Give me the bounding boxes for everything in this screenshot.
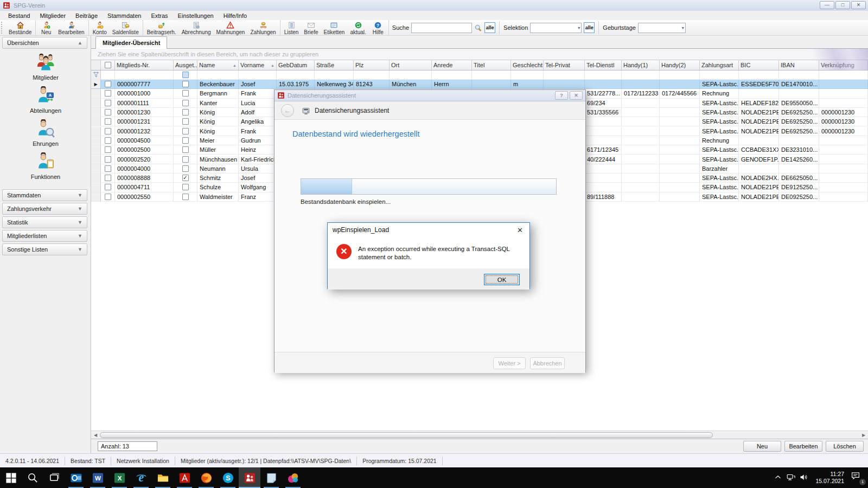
taskbar-notes-icon[interactable] [260,467,282,488]
magnifier-icon[interactable] [474,24,482,32]
row-checkbox[interactable] [101,127,115,136]
sidebar-item-ehrungen[interactable]: Ehrungen [0,119,91,147]
ausgetreten-checkbox[interactable] [174,117,197,126]
sidebar-panel-statistik[interactable]: Statistik▼ [2,216,87,228]
ausgetreten-checkbox[interactable] [174,136,197,145]
select-all-checkbox[interactable] [101,60,115,70]
volume-icon[interactable] [799,472,809,483]
column-header-ausget-[interactable]: Ausget... [174,60,197,70]
geburtstage-dropdown[interactable] [638,23,686,33]
filter-checkbox[interactable] [182,72,189,78]
ausgetreten-checkbox[interactable] [174,89,197,98]
taskbar-paint-icon[interactable] [282,467,304,488]
row-checkbox[interactable] [101,89,115,98]
tray-clock[interactable]: 11:2715.07.2021 [812,471,847,485]
search-alle-button[interactable]: alle [484,22,495,33]
taskbar-task-view-icon[interactable] [43,467,65,488]
row-checkbox[interactable] [101,155,115,164]
tray-chevron-up-icon[interactable] [773,472,783,483]
toolbar-beitragserh--button[interactable]: Beitragserh. [144,20,179,36]
menu-einstellungen[interactable]: Einstellungen [173,12,219,20]
taskbar-skype-icon[interactable]: S [217,467,239,488]
row-checkbox[interactable] [101,136,115,145]
column-header-plz[interactable]: Plz [354,60,390,70]
filter-row[interactable] [91,70,868,80]
column-header-titel[interactable]: Titel [472,60,511,70]
row-checkbox[interactable] [101,145,115,155]
column-header-mitglieds-nr-[interactable]: Mitglieds-Nr. [115,60,174,70]
sidebar-panel-zahlungsverkehr[interactable]: Zahlungsverkehr▼ [2,203,87,215]
taskbar-search-icon[interactable] [22,467,43,488]
row-checkbox[interactable] [101,192,115,202]
notification-center-icon[interactable]: 1 [851,471,865,485]
menu-bestand[interactable]: Bestand [3,12,35,20]
scroll-right-arrow-icon[interactable]: ▶ [860,432,867,439]
toolbar-neu-button[interactable]: Neu [37,20,55,36]
ausgetreten-checkbox[interactable] [174,155,197,164]
column-header-geschlecht[interactable]: Geschlecht [511,60,544,70]
column-header-vorname[interactable]: Vorname▲ [239,60,277,70]
horizontal-scrollbar[interactable]: ◀ ▶ [91,431,868,439]
menu-stammdaten[interactable]: Stammdaten [103,12,146,20]
ausgetreten-checkbox[interactable] [174,183,197,192]
löschen-button[interactable]: Löschen [826,441,864,452]
row-checkbox[interactable] [101,117,115,126]
sidebar-panel-stammdaten[interactable]: Stammdaten▼ [2,189,87,201]
scroll-left-arrow-icon[interactable]: ◀ [92,432,99,439]
filter-funnel-icon[interactable] [91,70,101,80]
row-checkbox[interactable] [101,174,115,183]
bearbeiten-button[interactable]: Bearbeiten [784,441,822,452]
menu-mitglieder[interactable]: Mitglieder [35,12,71,20]
wizard-help-button[interactable]: ? [555,91,568,100]
error-close-icon[interactable]: ✕ [517,226,523,234]
menu-hilfe-info[interactable]: Hilfe/Info [219,12,252,20]
toolbar-bestände-button[interactable]: Bestände [6,20,34,36]
ausgetreten-checkbox[interactable] [174,99,197,108]
column-header-name[interactable]: Name▲ [197,60,239,70]
toolbar-mahnungen-button[interactable]: Mahnungen [214,20,248,36]
toolbar-abrechnung-button[interactable]: Abrechnung [179,20,214,36]
toolbar-listen-button[interactable]: Listen [282,20,302,36]
sidebar-section-uebersichten[interactable]: Übersichten▲ [2,37,87,49]
row-checkbox[interactable] [101,183,115,192]
column-header-handy-1-[interactable]: Handy(1) [622,60,660,70]
groupby-area[interactable]: Ziehen Sie eine Spaltenüberschrift in di… [91,49,868,60]
ausgetreten-checkbox[interactable]: ✓ [174,174,197,183]
taskbar-explorer-icon[interactable] [152,467,174,488]
sidebar-item-mitglieder[interactable]: Mitglieder [0,53,91,81]
maximize-button[interactable]: □ [835,1,850,9]
ok-button[interactable]: OK [484,274,520,285]
close-button[interactable]: ✕ [851,1,866,9]
toolbar-aktual--button[interactable]: aktual. [347,20,368,36]
sidebar-item-funktionen[interactable]: Funktionen [0,152,91,180]
column-header-iban[interactable]: IBAN [779,60,819,70]
ausgetreten-checkbox[interactable] [174,127,197,136]
selektion-dropdown[interactable] [530,23,582,33]
selektion-alle-button[interactable]: alle [584,22,595,33]
column-header-zahlungsart[interactable]: Zahlungsart [700,60,739,70]
ausgetreten-checkbox[interactable] [174,164,197,174]
row-checkbox[interactable] [101,80,115,89]
taskbar-outlook-icon[interactable] [65,467,87,488]
toolbar-konto-button[interactable]: Konto [90,20,110,36]
row-checkbox[interactable] [101,108,115,117]
ausgetreten-checkbox[interactable] [174,80,197,89]
back-arrow-icon[interactable]: ← [281,104,294,117]
tab-mitglieder-uebersicht[interactable]: Mitglieder-Übersicht [95,36,167,49]
column-header-tel-privat[interactable]: Tel-Privat [544,60,585,70]
toolbar-bearbeiten-button[interactable]: Bearbeiten [55,20,87,36]
column-header-tel-dienstl[interactable]: Tel-Dienstl [585,60,622,70]
column-header-bic[interactable]: BIC [739,60,779,70]
row-checkbox[interactable] [101,164,115,174]
ausgetreten-checkbox[interactable] [174,108,197,117]
taskbar-firefox-icon[interactable] [195,467,217,488]
menu-extras[interactable]: Extras [146,12,173,20]
column-header-ort[interactable]: Ort [390,60,432,70]
table-row[interactable]: ▶0000007777BeckenbauerJosef15.03.1975Nel… [91,80,868,89]
sidebar-panel-sonstige-listen[interactable]: Sonstige Listen▼ [2,243,87,255]
taskbar-word-icon[interactable]: W [87,467,108,488]
toolbar-hilfe-button[interactable]: ?Hilfe [369,20,387,36]
row-checkbox[interactable] [101,99,115,108]
column-header-stra-e[interactable]: Straße [315,60,354,70]
search-input[interactable] [411,23,472,33]
